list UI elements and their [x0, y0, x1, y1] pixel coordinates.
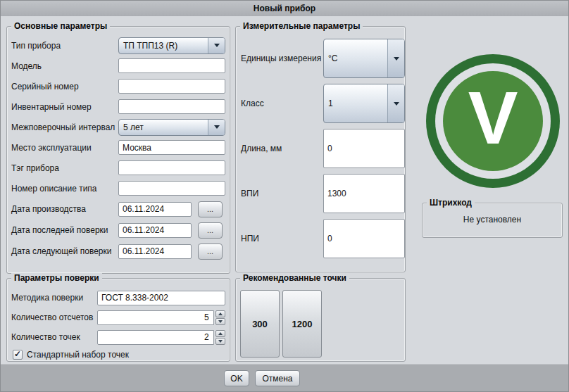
ok-button[interactable]: OK: [224, 370, 249, 386]
chevron-down-icon: [387, 84, 404, 122]
class-label: Класс: [241, 99, 323, 108]
production-date-picker-button[interactable]: ...: [198, 201, 223, 217]
spinner-up-button[interactable]: [215, 310, 225, 317]
length-label: Длина, мм: [241, 144, 323, 153]
triangle-down-icon: [218, 320, 223, 323]
tag-field[interactable]: [118, 160, 225, 175]
form-row: Количество отсчетов: [11, 308, 225, 327]
interval-combo[interactable]: 5 лет: [118, 119, 225, 136]
production-date-label: Дата производства: [11, 204, 118, 214]
form-row: НПИ: [241, 219, 399, 258]
panel-verification-title: Параметры поверки: [11, 273, 102, 283]
combo-value: 5 лет: [119, 120, 208, 135]
next-verification-date-field[interactable]: [118, 244, 192, 259]
model-label: Модель: [11, 61, 118, 71]
form-row: Методика поверки: [11, 288, 225, 308]
panel-recommended-points-title: Рекомендованные точки: [240, 273, 349, 283]
type-description-field[interactable]: [118, 181, 225, 196]
method-label: Методика поверки: [11, 293, 97, 303]
chevron-down-icon: [208, 120, 225, 135]
form-row: Дата следующей поверки ...: [11, 241, 225, 262]
form-row: Инвентарный номер: [11, 96, 225, 117]
combo-value: °C: [324, 39, 387, 77]
last-verification-date-picker-button[interactable]: ...: [198, 222, 223, 239]
lower-limit-field[interactable]: [323, 219, 405, 258]
triangle-up-icon: [218, 312, 223, 315]
model-field[interactable]: [118, 58, 225, 73]
points-count-spinner-input[interactable]: [97, 330, 214, 345]
form-row: Единицы измерения °C: [241, 39, 399, 78]
readings-count-label: Количество отсчетов: [11, 312, 97, 322]
form-row: Длина, мм: [241, 129, 399, 168]
tag-label: Тэг прибора: [11, 163, 118, 173]
combo-value: 1: [324, 84, 387, 122]
form-row: Количество точек: [11, 327, 225, 347]
chevron-down-icon: [208, 38, 225, 53]
form-row: Тип прибора ТП ТПП13 (R): [11, 35, 225, 56]
type-description-label: Номер описание типа: [11, 184, 118, 194]
spinner-up-button[interactable]: [215, 330, 225, 337]
panel-main-parameters: Основные параметры Тип прибора ТП ТПП13 …: [6, 26, 230, 274]
class-combo[interactable]: 1: [323, 84, 405, 123]
device-type-combo[interactable]: ТП ТПП13 (R): [118, 37, 225, 54]
spinner-down-button[interactable]: [215, 338, 225, 345]
panel-barcode-title: Штрихкод: [427, 198, 475, 208]
panel-main-title: Основные параметры: [11, 21, 110, 31]
triangle-up-icon: [218, 332, 223, 335]
next-verification-date-label: Дата следующей поверки: [11, 246, 118, 256]
barcode-status: Не установлен: [425, 213, 559, 225]
form-row: Дата производства ...: [11, 198, 225, 220]
new-device-dialog: Новый прибор Основные параметры Тип приб…: [0, 0, 569, 392]
check-icon: ✓: [14, 350, 21, 358]
device-type-label: Тип прибора: [11, 41, 118, 51]
form-row: Тэг прибора: [11, 158, 225, 178]
form-row: Модель: [11, 56, 225, 76]
form-row: Класс 1: [241, 84, 399, 123]
combo-value: ТП ТПП13 (R): [119, 38, 208, 53]
form-row: Номер описание типа: [11, 178, 225, 198]
verification-logo: V: [426, 54, 560, 188]
location-label: Место эксплуатации: [11, 143, 118, 153]
readings-count-spinner-input[interactable]: [97, 310, 214, 325]
form-row: ВПИ: [241, 174, 399, 213]
upper-limit-label: ВПИ: [241, 189, 323, 198]
spinner-down-button[interactable]: [215, 318, 225, 325]
last-verification-date-label: Дата последней поверки: [11, 225, 118, 235]
inventory-field[interactable]: [118, 99, 225, 114]
checkbox-standard-points[interactable]: ✓: [13, 350, 23, 360]
inventory-label: Инвентарный номер: [11, 102, 118, 112]
interval-label: Межповерочный интервал: [11, 122, 118, 132]
serial-label: Серийный номер: [11, 82, 118, 91]
length-field[interactable]: [323, 129, 405, 168]
units-combo[interactable]: °C: [323, 39, 405, 78]
panel-barcode: Штрихкод Не установлен: [422, 203, 563, 238]
chevron-down-icon: [387, 39, 404, 77]
bottom-bar: OK Отмена: [1, 364, 568, 391]
last-verification-date-field[interactable]: [118, 223, 192, 238]
recommended-point-button-300[interactable]: 300: [240, 290, 280, 358]
upper-limit-field[interactable]: [323, 174, 405, 213]
location-field[interactable]: [118, 140, 225, 155]
panel-measurement-title: Измерительные параметры: [240, 21, 363, 31]
panel-measurement-parameters: Измерительные параметры Единицы измерени…: [235, 26, 406, 272]
production-date-field[interactable]: [118, 202, 192, 217]
standard-points-checkbox-row: ✓ Стандартный набор точек: [11, 347, 225, 362]
recommended-point-button-1200[interactable]: 1200: [282, 290, 322, 358]
points-count-label: Количество точек: [11, 332, 97, 342]
logo-inner-circle: V: [443, 71, 543, 171]
next-verification-date-picker-button[interactable]: ...: [198, 244, 223, 260]
serial-field[interactable]: [118, 79, 225, 94]
panel-recommended-points: Рекомендованные точки 300 1200: [235, 278, 406, 362]
form-row: Межповерочный интервал 5 лет: [11, 117, 225, 137]
standard-points-checkbox-label: Стандартный набор точек: [27, 350, 129, 360]
method-field[interactable]: [97, 291, 225, 305]
form-row: Место эксплуатации: [11, 137, 225, 158]
form-row: Серийный номер: [11, 76, 225, 96]
dialog-title: Новый прибор: [254, 4, 315, 13]
cancel-button[interactable]: Отмена: [255, 370, 300, 386]
lower-limit-label: НПИ: [241, 234, 323, 244]
units-label: Единицы измерения: [241, 53, 323, 63]
panel-verification-parameters: Параметры поверки Методика поверки Колич…: [6, 278, 230, 362]
titlebar: Новый прибор: [1, 1, 568, 16]
logo-letter: V: [468, 80, 518, 155]
